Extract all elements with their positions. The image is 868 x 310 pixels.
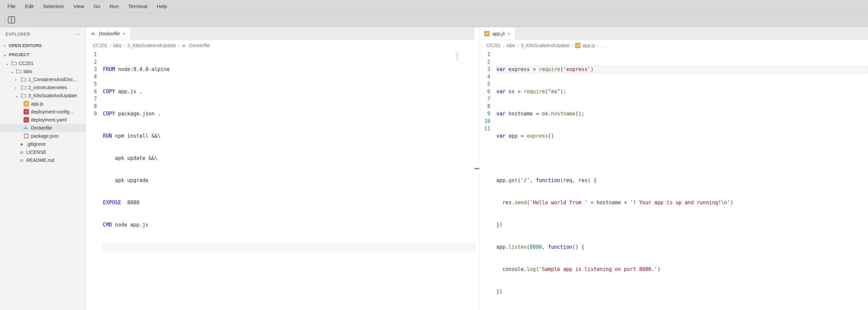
tree-label: 2_IntroKubernetes: [28, 85, 67, 90]
tree-file-license[interactable]: ▤ LICENSE: [0, 148, 86, 156]
code-editor-left[interactable]: 1 2 3 4 5 6 7 8 9 FROM node:9.4.0-alpine…: [86, 51, 474, 310]
menu-file[interactable]: File: [3, 1, 20, 11]
menu-view[interactable]: View: [69, 1, 89, 11]
menu-go[interactable]: Go: [89, 1, 105, 11]
text-file-icon: ▤: [19, 158, 24, 163]
js-file-icon: JS: [484, 31, 490, 36]
tree-label: deployment.yaml: [31, 117, 67, 122]
tree-label: CC201: [19, 61, 34, 66]
chevron-right-icon: ›: [597, 43, 599, 48]
minimap[interactable]: ███ ██████ ████ ██████ ████ ███ ███████ …: [454, 51, 474, 91]
folder-icon: [16, 69, 22, 74]
tree-file-depcfg[interactable]: ≡ deployment-config…: [0, 108, 86, 116]
tree-file-readme[interactable]: ▤ README.md: [0, 156, 86, 164]
tree-folder-labs[interactable]: labs: [0, 67, 86, 76]
project-section[interactable]: PROJECT: [0, 50, 86, 59]
tree-label: 3_K8sScaleAndUpdate: [28, 93, 77, 98]
tree-label: labs: [24, 69, 32, 74]
git-file-icon: ◆: [19, 141, 24, 147]
tree-file-depyaml[interactable]: ≡ deployment.yaml: [0, 116, 86, 124]
crumb[interactable]: CC201: [93, 43, 107, 48]
menu-selection[interactable]: Selection: [38, 1, 69, 11]
editor-pane-right: JS app.js × CC201› labs› 3_K8sScaleAndUp…: [479, 27, 868, 310]
breadcrumb-right: CC201› labs› 3_K8sScaleAndUpdate› JS app…: [479, 40, 868, 51]
crumb[interactable]: 3_K8sScaleAndUpdate: [127, 43, 176, 48]
menu-run[interactable]: Run: [105, 1, 124, 11]
chevron-right-icon: ›: [124, 43, 125, 48]
yaml-file-icon: ≡: [24, 109, 29, 114]
tree-label: deployment-config…: [31, 109, 74, 114]
chevron-down-icon: [3, 52, 7, 57]
crumb[interactable]: labs: [113, 43, 122, 48]
crumb[interactable]: labs: [506, 43, 515, 48]
chevron-down-icon: [5, 61, 9, 66]
project-label: PROJECT: [9, 52, 29, 57]
menu-terminal[interactable]: Terminal: [124, 1, 152, 11]
tree-folder-1[interactable]: 1_ContainersAndDoc…: [0, 76, 86, 83]
menu-edit[interactable]: Edit: [20, 1, 38, 11]
tab-label: app.js: [492, 31, 505, 36]
crumb-overflow[interactable]: …: [601, 43, 606, 48]
chevron-right-icon: ›: [517, 43, 519, 48]
code-lines[interactable]: FROM node:9.4.0-alpine COPY app.js . COP…: [103, 51, 474, 310]
tabbar-left: Dockerfile ×: [86, 27, 474, 40]
open-editors-label: OPEN EDITORS: [9, 43, 42, 48]
chevron-right-icon: [3, 43, 7, 48]
close-icon[interactable]: ×: [122, 31, 125, 36]
chevron-down-icon: [10, 69, 14, 74]
docker-file-icon: [24, 125, 29, 131]
explorer-more-icon[interactable]: ···: [74, 31, 81, 38]
code-editor-right[interactable]: 1 2 3 4 5 6 7 8 9 10 11 var express = re…: [479, 51, 868, 310]
chevron-right-icon: ›: [178, 43, 180, 48]
explorer-header: EXPLORER ···: [0, 27, 86, 41]
tree-folder-root[interactable]: CC201: [0, 59, 86, 67]
line-gutter: 1 2 3 4 5 6 7 8 9 10 11: [479, 51, 496, 310]
js-file-icon: JS: [575, 43, 581, 48]
docker-file-icon: [182, 43, 187, 48]
tab-dockerfile[interactable]: Dockerfile ×: [86, 27, 130, 40]
crumb[interactable]: 3_K8sScaleAndUpdate: [521, 43, 570, 48]
menubar: File Edit Selection View Go Run Terminal…: [0, 0, 868, 13]
tree-file-dockerfile[interactable]: Dockerfile: [0, 124, 86, 132]
tree-label: Dockerfile: [31, 125, 52, 131]
crumb[interactable]: app.js: [583, 43, 595, 48]
tree-label: LICENSE: [26, 149, 46, 155]
tree-file-package[interactable]: package.json: [0, 132, 86, 140]
chevron-right-icon: ›: [110, 43, 111, 48]
split-editor-icon[interactable]: [8, 16, 15, 24]
tree-file-gitignore[interactable]: ◆ .gitignore: [0, 140, 86, 148]
tabbar-right: JS app.js ×: [479, 27, 868, 40]
tab-appjs[interactable]: JS app.js ×: [479, 27, 516, 40]
editor-group: Dockerfile × CC201› labs› 3_K8sScaleAndU…: [86, 27, 868, 310]
tree-folder-2[interactable]: 2_IntroKubernetes: [0, 83, 86, 91]
js-file-icon: JS: [24, 101, 29, 106]
toolbar: [0, 13, 868, 27]
chevron-right-icon: [15, 85, 19, 90]
code-lines[interactable]: var express = require('express') var os …: [496, 51, 868, 310]
tree-label: README.md: [26, 158, 54, 163]
tree-file-appjs[interactable]: JS app.js: [0, 100, 86, 108]
chevron-right-icon: ›: [571, 43, 573, 48]
folder-icon: [11, 61, 17, 66]
explorer-title: EXPLORER: [5, 32, 74, 37]
open-editors-section[interactable]: OPEN EDITORS: [0, 41, 86, 50]
tree-label: 1_ContainersAndDoc…: [28, 77, 78, 82]
tree-folder-3[interactable]: 3_K8sScaleAndUpdate: [0, 91, 86, 100]
folder-icon: [21, 85, 26, 90]
file-tree: CC201 labs 1_ContainersAndDoc… 2_IntroKu…: [0, 59, 86, 164]
chevron-right-icon: [15, 77, 19, 82]
crumb[interactable]: Dockerfile: [189, 43, 210, 48]
tab-label: Dockerfile: [99, 31, 120, 36]
line-gutter: 1 2 3 4 5 6 7 8 9: [86, 51, 103, 310]
menu-help[interactable]: Help: [152, 1, 172, 11]
breadcrumb-left: CC201› labs› 3_K8sScaleAndUpdate› Docker…: [86, 40, 474, 51]
docker-file-icon: [91, 31, 96, 36]
tree-label: package.json: [31, 133, 59, 139]
svg-rect-2: [24, 134, 28, 138]
editor-split-handle[interactable]: [474, 27, 479, 310]
toolbar-separator: [5, 16, 5, 24]
crumb[interactable]: CC201: [486, 43, 501, 48]
close-icon[interactable]: ×: [507, 31, 510, 36]
editor-pane-left: Dockerfile × CC201› labs› 3_K8sScaleAndU…: [86, 27, 474, 310]
chevron-down-icon: [15, 93, 19, 98]
